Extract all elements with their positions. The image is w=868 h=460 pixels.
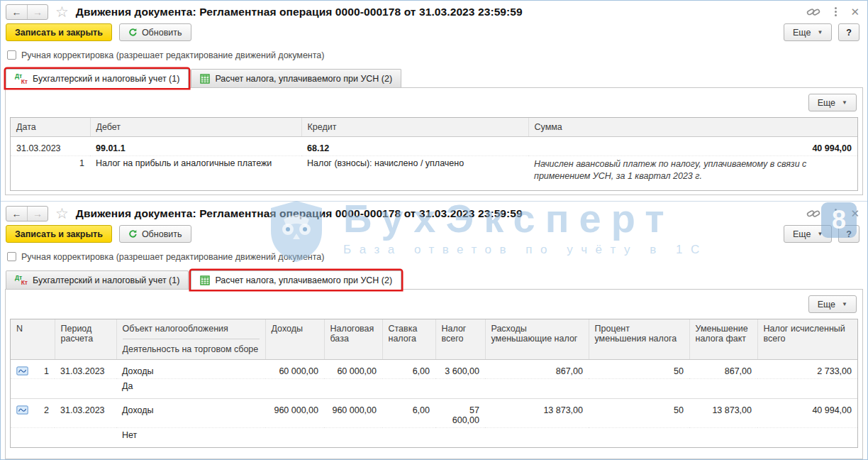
cell-period[interactable]: 31.03.2023 (55, 359, 116, 378)
cell-credit-account[interactable]: 68.12 (301, 137, 528, 156)
forward-button[interactable]: → (27, 207, 48, 221)
chevron-down-icon: ▼ (817, 231, 823, 237)
cell-expenses[interactable]: 867,00 (485, 359, 589, 378)
cell-income[interactable]: 60 000,00 (265, 359, 324, 378)
col-tax-total: Налог всего (435, 319, 485, 359)
save-close-button[interactable]: Записать и закрыть (6, 225, 112, 243)
tab-accounting-label: Бухгалтерский и налоговый учет (1) (33, 74, 179, 84)
cell-tax-total[interactable]: 57 600,00 (435, 398, 485, 427)
dtkt-icon: ДтКт (15, 73, 28, 84)
col-object: Объект налогообложения Деятельность на т… (116, 319, 265, 359)
table-header-row: Дата Дебет Кредит Сумма (11, 118, 857, 137)
help-button[interactable]: ? (838, 225, 859, 243)
col-debit: Дебет (90, 118, 301, 137)
refresh-button[interactable]: Обновить (119, 23, 191, 41)
cell-object[interactable]: Доходы (116, 359, 265, 378)
cell-empty (55, 378, 116, 398)
cell-comment[interactable]: Начислен авансовый платеж по налогу, упл… (528, 156, 857, 190)
manual-adjustment-row: Ручная корректировка (разрешает редактир… (0, 246, 868, 265)
cell-tax-calc[interactable]: 40 994,00 (757, 398, 857, 427)
table-row-details[interactable]: 1 Налог на прибыль и аналогичные платежи… (11, 156, 857, 190)
manual-adjustment-row: Ручная корректировка (разрешает редактир… (0, 45, 868, 64)
refresh-label: Обновить (142, 28, 182, 38)
cell-trade-flag[interactable]: Да (116, 378, 265, 398)
back-button[interactable]: ← (6, 207, 27, 221)
table-row[interactable]: 31.03.2023 99.01.1 68.12 40 994,00 (11, 137, 857, 156)
titlebar-actions: ✕ (806, 207, 859, 220)
chevron-down-icon: ▼ (842, 99, 847, 106)
favorite-star-icon[interactable]: ☆ (55, 206, 69, 221)
command-bar: Записать и закрыть Обновить Еще▼ ? (0, 223, 868, 246)
cell-tax-calc[interactable]: 2 733,00 (757, 359, 857, 378)
cell-n[interactable]: 2 (11, 398, 55, 427)
cell-tax-base[interactable]: 960 000,00 (324, 398, 382, 427)
cell-reduction[interactable]: 13 873,00 (689, 398, 757, 427)
menu-dots-icon[interactable] (833, 6, 838, 18)
cell-percent[interactable]: 50 (589, 359, 689, 378)
close-icon[interactable]: ✕ (850, 208, 859, 219)
col-expenses: Расходы уменьшающие налог (485, 319, 589, 359)
link-icon[interactable] (806, 6, 821, 18)
cell-line-no[interactable]: 1 (11, 156, 90, 190)
cell-object[interactable]: Доходы (116, 398, 265, 427)
cell-income[interactable]: 960 000,00 (265, 398, 324, 427)
accounting-panel: Еще▼ Дата Дебет Кредит Сумма 31.03.2023 … (5, 87, 863, 195)
comment-text: Начислен авансовый платеж по налогу, упл… (534, 158, 840, 183)
cell-debit-desc[interactable]: Налог на прибыль и аналогичные платежи (90, 156, 301, 190)
cell-rate[interactable]: 6,00 (382, 359, 435, 378)
cell-n[interactable]: 1 (11, 359, 55, 378)
tab-accounting[interactable]: ДтКт Бухгалтерский и налоговый учет (1) (6, 270, 189, 289)
cell-date[interactable]: 31.03.2023 (11, 137, 90, 156)
col-reduction-fact: Уменьшение налога факт (689, 319, 757, 359)
tab-accounting-label: Бухгалтерский и налоговый учет (1) (33, 275, 179, 285)
cell-trade-flag[interactable]: Нет (116, 427, 265, 447)
table-row[interactable]: 2 31.03.2023 Доходы 960 000,00 960 000,0… (11, 398, 857, 427)
cell-tax-total[interactable]: 3 600,00 (435, 359, 485, 378)
more-label: Еще (793, 28, 811, 38)
col-trade-activity-label: Деятельность на торговом сборе (123, 339, 260, 354)
cell-empty (265, 378, 857, 398)
cell-debit-account[interactable]: 99.01.1 (90, 137, 301, 156)
table-row-details[interactable]: Да (11, 378, 857, 398)
refresh-button[interactable]: Обновить (119, 225, 191, 243)
table-grid-icon (200, 74, 210, 84)
window-2-usn-view: ← → ☆ Движения документа: Регламентная о… (0, 202, 868, 459)
cell-amount[interactable]: 40 994,00 (528, 137, 857, 156)
cell-reduction[interactable]: 867,00 (689, 359, 757, 378)
cell-expenses[interactable]: 13 873,00 (485, 398, 589, 427)
save-close-button[interactable]: Записать и закрыть (6, 23, 112, 41)
tab-accounting[interactable]: ДтКт Бухгалтерский и налоговый учет (1) (6, 69, 189, 88)
title-bar: ← → ☆ Движения документа: Регламентная о… (0, 0, 868, 21)
cell-tax-base[interactable]: 60 000,00 (324, 359, 382, 378)
tab-usn[interactable]: Расчет налога, уплачиваемого при УСН (2) (191, 69, 401, 87)
help-button[interactable]: ? (838, 23, 859, 41)
more-button[interactable]: Еще▼ (784, 225, 832, 243)
link-icon[interactable] (806, 207, 821, 220)
cell-rate[interactable]: 6,00 (382, 398, 435, 427)
table-row-details[interactable]: Нет (11, 427, 857, 447)
menu-dots-icon[interactable] (833, 207, 838, 219)
table-row[interactable]: 1 31.03.2023 Доходы 60 000,00 60 000,00 … (11, 359, 857, 378)
close-icon[interactable]: ✕ (850, 6, 859, 17)
window-title: Движения документа: Регламентная операци… (76, 6, 523, 18)
row-number: 2 (44, 405, 49, 415)
panel-more-button[interactable]: Еще▼ (808, 94, 857, 111)
manual-adjustment-checkbox[interactable] (7, 50, 16, 60)
more-button[interactable]: Еще▼ (784, 23, 832, 41)
window-1-accounting-view: ← → ☆ Движения документа: Регламентная о… (0, 0, 868, 202)
table-header-row: N Период расчета Объект налогообложения … (11, 319, 857, 359)
forward-button[interactable]: → (27, 5, 48, 19)
col-credit: Кредит (301, 118, 528, 137)
back-button[interactable]: ← (6, 5, 27, 19)
cell-empty (55, 427, 116, 447)
tab-usn[interactable]: Расчет налога, уплачиваемого при УСН (2) (191, 270, 401, 290)
cell-percent[interactable]: 50 (589, 398, 689, 427)
col-date: Дата (11, 118, 90, 137)
cell-credit-desc[interactable]: Налог (взносы): начислено / уплачено (301, 156, 528, 190)
cell-period[interactable]: 31.03.2023 (55, 398, 116, 427)
row-number: 1 (44, 366, 49, 376)
favorite-star-icon[interactable]: ☆ (55, 4, 69, 19)
panel-more-button[interactable]: Еще▼ (808, 295, 857, 313)
manual-adjustment-checkbox[interactable] (7, 252, 16, 261)
table-grid-icon (200, 275, 210, 285)
